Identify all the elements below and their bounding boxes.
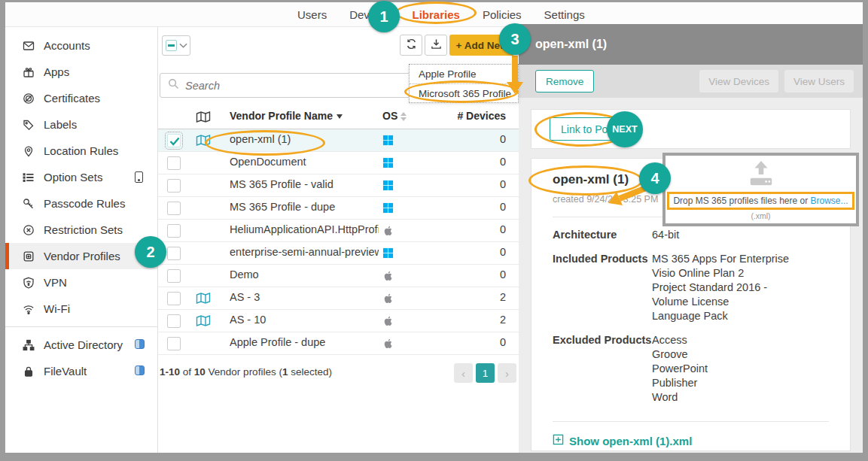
apple-icon bbox=[382, 270, 394, 282]
search-input[interactable] bbox=[185, 80, 411, 92]
table-header: Vendor Profile Name OS # Devices bbox=[158, 105, 519, 129]
menu-item-microsoft-365-profile[interactable]: Microsoft 365 Profile bbox=[410, 83, 518, 102]
nav-item-libraries[interactable]: Libraries bbox=[413, 8, 460, 21]
table-row[interactable]: Demo0 bbox=[158, 265, 519, 287]
sidebar-item-location-rules[interactable]: Location Rules bbox=[5, 138, 157, 164]
row-checkbox[interactable] bbox=[167, 224, 181, 238]
sidebar-item-vendor-profiles[interactable]: Vendor Profiles bbox=[5, 243, 157, 269]
device-count: 0 bbox=[500, 201, 506, 213]
download-button[interactable] bbox=[425, 35, 447, 56]
view-users-button[interactable]: View Users bbox=[784, 70, 854, 93]
table-row[interactable]: enterprise-semi-annual-preview0 bbox=[158, 242, 519, 265]
sidebar-item-active-directory[interactable]: Active Directory bbox=[5, 332, 157, 358]
callout-step-1: 1 bbox=[368, 1, 400, 32]
table-row[interactable]: OpenDocument0 bbox=[158, 152, 519, 174]
sidebar-item-passcode-rules[interactable]: Passcode Rules bbox=[5, 190, 157, 217]
sidebar-item-wi-fi[interactable]: Wi-Fi bbox=[5, 296, 157, 322]
vendor-profile-name[interactable]: open-xml (1) bbox=[230, 133, 291, 145]
certificate-icon bbox=[22, 93, 35, 105]
shield-icon bbox=[22, 277, 35, 289]
vendor-profile-name[interactable]: AS - 3 bbox=[230, 291, 260, 303]
sidebar-item-filevault[interactable]: FileVault bbox=[5, 358, 157, 384]
vendor-profile-name[interactable]: HeliumApplicationAPI.HttpProfile bbox=[230, 223, 379, 235]
remove-button[interactable]: Remove bbox=[535, 70, 594, 93]
vendor-profiles-icon bbox=[22, 250, 35, 262]
table-row[interactable]: AS - 32 bbox=[158, 287, 519, 310]
sidebar-item-label: Labels bbox=[44, 118, 77, 131]
callout-step-2: 2 bbox=[135, 236, 166, 268]
vendor-profile-name[interactable]: Demo bbox=[230, 268, 259, 281]
table-row[interactable]: AS - 102 bbox=[158, 310, 519, 332]
lock-icon bbox=[22, 365, 35, 378]
vendor-profile-name[interactable]: OpenDocument bbox=[230, 156, 306, 168]
row-checkbox[interactable] bbox=[167, 337, 181, 350]
row-checkbox[interactable] bbox=[167, 156, 181, 170]
callout-step-4: 4 bbox=[639, 162, 671, 194]
row-checkbox[interactable] bbox=[167, 292, 181, 305]
windows-icon bbox=[382, 202, 394, 214]
row-checkbox[interactable] bbox=[167, 202, 181, 215]
page-next-button[interactable]: › bbox=[498, 363, 516, 383]
link-policy-card: Link to Policy bbox=[531, 109, 851, 149]
detail-title: open-xml (1) bbox=[535, 38, 607, 51]
table-row[interactable]: Apple Profile - dupe0 bbox=[158, 332, 519, 355]
column-devices[interactable]: # Devices bbox=[457, 110, 506, 122]
nav-item-settings[interactable]: Settings bbox=[544, 8, 585, 21]
sidebar-item-apps[interactable]: Apps bbox=[5, 59, 157, 85]
vendor-profile-name[interactable]: MS 365 Profile - dupe bbox=[230, 201, 335, 213]
page-1-button[interactable]: 1 bbox=[476, 363, 495, 383]
sidebar-item-label: Vendor Profiles bbox=[44, 250, 120, 262]
download-icon bbox=[431, 38, 442, 52]
device-count: 0 bbox=[500, 246, 506, 258]
show-xml-link[interactable]: Show open-xml (1).xml bbox=[553, 434, 829, 447]
upload-icon bbox=[665, 160, 856, 190]
envelope-icon bbox=[22, 40, 35, 52]
sidebar-item-label: Active Directory bbox=[44, 338, 123, 351]
page-prev-button[interactable]: ‹ bbox=[454, 363, 473, 383]
table-row[interactable]: HeliumApplicationAPI.HttpProfile0 bbox=[158, 220, 519, 242]
vendor-profile-name[interactable]: enterprise-semi-annual-preview bbox=[230, 246, 379, 258]
windows-icon bbox=[382, 247, 394, 259]
pagination: ‹ 1 › bbox=[454, 363, 516, 383]
add-new-menu: Apple ProfileMicrosoft 365 Profile bbox=[409, 64, 519, 103]
nav-item-policies[interactable]: Policies bbox=[483, 8, 522, 21]
tag-icon bbox=[22, 119, 35, 131]
nav-item-users[interactable]: Users bbox=[297, 8, 327, 21]
row-checkbox[interactable] bbox=[167, 179, 181, 193]
sidebar-item-certificates[interactable]: Certificates bbox=[5, 85, 157, 111]
table-row[interactable]: open-xml (1)0 bbox=[158, 129, 519, 152]
row-checkbox[interactable] bbox=[167, 247, 181, 260]
column-os[interactable]: OS bbox=[382, 110, 407, 122]
device-count: 0 bbox=[500, 178, 506, 190]
apple-icon bbox=[382, 315, 394, 327]
file-dropzone[interactable]: Drop MS 365 profiles files here or Brows… bbox=[662, 153, 859, 226]
field-value: MS 365 Apps For EnterpriseVisio Online P… bbox=[652, 252, 789, 323]
vendor-profile-name[interactable]: Apple Profile - dupe bbox=[230, 336, 325, 348]
select-all-checkbox[interactable] bbox=[166, 40, 177, 51]
wifi-icon bbox=[22, 303, 35, 315]
menu-item-apple-profile[interactable]: Apple Profile bbox=[410, 65, 518, 83]
select-all-dropdown[interactable] bbox=[162, 35, 190, 56]
column-vendor-profile-name[interactable]: Vendor Profile Name bbox=[230, 110, 343, 122]
location-pin-icon bbox=[22, 145, 35, 157]
row-checkbox[interactable] bbox=[167, 314, 181, 328]
table-row[interactable]: MS 365 Profile - dupe0 bbox=[158, 197, 519, 220]
sidebar-item-labels[interactable]: Labels bbox=[5, 111, 157, 138]
sidebar-item-option-sets[interactable]: Option Sets bbox=[5, 164, 157, 190]
vendor-profile-name[interactable]: MS 365 Profile - valid bbox=[230, 178, 333, 190]
table-row[interactable]: MS 365 Profile - valid0 bbox=[158, 174, 519, 197]
row-checkbox[interactable] bbox=[167, 269, 181, 283]
sidebar-item-vpn[interactable]: VPN bbox=[5, 269, 157, 296]
next-badge: NEXT bbox=[607, 111, 643, 147]
vendor-profile-name[interactable]: AS - 10 bbox=[230, 314, 266, 326]
profile-detail-panel: open-xml (1) Remove View Devices View Us… bbox=[519, 24, 863, 453]
sort-both-icon bbox=[400, 112, 407, 121]
app-window: UsersDevicesLibrariesPoliciesSettings Ac… bbox=[0, 0, 868, 461]
sidebar-item-restriction-sets[interactable]: Restriction Sets bbox=[5, 217, 157, 243]
sidebar-item-accounts[interactable]: Accounts bbox=[5, 32, 157, 59]
view-devices-button[interactable]: View Devices bbox=[699, 70, 778, 93]
sidebar: AccountsAppsCertificatesLabelsLocation R… bbox=[5, 27, 158, 453]
refresh-button[interactable] bbox=[400, 35, 422, 56]
row-checkbox[interactable] bbox=[167, 134, 181, 147]
browse-link[interactable]: Browse... bbox=[811, 196, 848, 206]
